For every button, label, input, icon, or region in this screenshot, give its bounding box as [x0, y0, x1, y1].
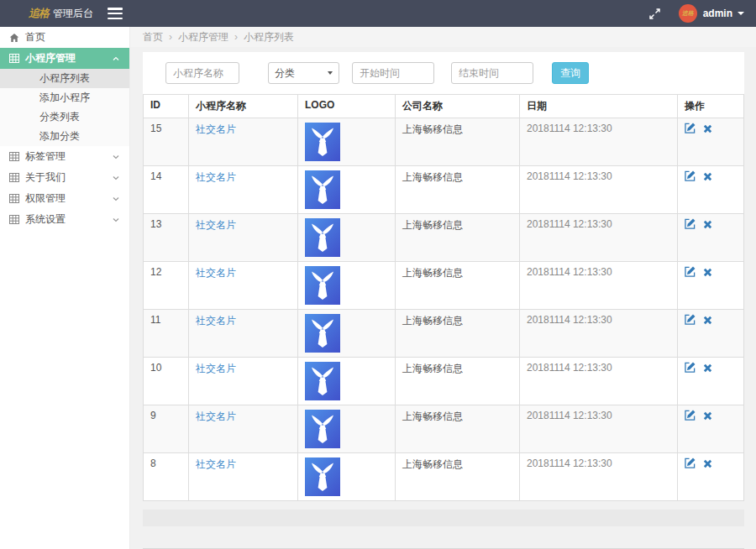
search-button[interactable]: 查询: [552, 62, 589, 84]
col-company: 公司名称: [396, 95, 520, 118]
category-select[interactable]: 分类: [268, 62, 339, 84]
fullscreen-icon[interactable]: [649, 8, 660, 19]
sidebar-item-permission-management[interactable]: 权限管理: [0, 188, 129, 209]
sidebar-subitem-add-miniapp[interactable]: 添加小程序: [0, 88, 129, 107]
cell-date: 20181114 12:13:30: [520, 262, 678, 310]
miniapp-logo[interactable]: [305, 362, 340, 400]
sidebar-subitem-category-list[interactable]: 分类列表: [0, 107, 129, 127]
edit-icon[interactable]: [685, 123, 696, 135]
avatar[interactable]: 追格: [679, 4, 697, 23]
cell-date: 20181114 12:13:30: [520, 358, 678, 405]
sidebar-item-label: 标签管理: [25, 149, 66, 164]
cell-company: 上海畅移信息: [396, 358, 520, 405]
delete-icon[interactable]: [703, 124, 712, 135]
cell-logo: [298, 405, 396, 453]
edit-icon[interactable]: [685, 362, 696, 374]
sidebar-item-home[interactable]: 首页: [0, 27, 129, 48]
main-content: 首页›小程序管理›小程序列表 分类 查询 ID 小程序名称 LOGO 公司名称 …: [130, 27, 756, 549]
start-time-input[interactable]: [352, 62, 434, 84]
username-label: admin: [703, 8, 732, 19]
edit-icon[interactable]: [685, 314, 696, 327]
sidebar-item-system-settings[interactable]: 系统设置: [0, 209, 129, 230]
brand[interactable]: 追格 管理后台: [0, 6, 99, 21]
delete-icon[interactable]: [703, 459, 712, 470]
cell-logo: [298, 118, 396, 166]
cell-id: 9: [144, 405, 189, 453]
delete-icon[interactable]: [703, 316, 712, 327]
miniapp-logo[interactable]: [305, 458, 340, 496]
edit-icon[interactable]: [685, 458, 696, 470]
brand-title: 管理后台: [53, 7, 93, 21]
content-panel: 分类 查询 ID 小程序名称 LOGO 公司名称 日期 操作 15 社交: [143, 52, 744, 501]
hamburger-menu-icon[interactable]: [108, 8, 123, 19]
sidebar-item-tag-management[interactable]: 标签管理: [0, 146, 129, 167]
edit-icon[interactable]: [685, 218, 696, 231]
miniapp-table: ID 小程序名称 LOGO 公司名称 日期 操作 15 社交名片: [143, 94, 744, 501]
miniapp-logo[interactable]: [305, 218, 340, 257]
table-row: 12 社交名片 上海畅移信息 20181114 12:13:30: [144, 262, 744, 310]
miniapp-name-link[interactable]: 社交名片: [196, 219, 236, 231]
miniapp-logo[interactable]: [305, 266, 340, 305]
col-id: ID: [144, 95, 189, 118]
edit-icon[interactable]: [685, 266, 696, 279]
sidebar-item-miniapp-management[interactable]: 小程序管理: [0, 48, 129, 69]
cell-company: 上海畅移信息: [396, 262, 520, 310]
miniapp-name-link[interactable]: 社交名片: [196, 171, 236, 183]
miniapp-name-link[interactable]: 社交名片: [196, 315, 236, 327]
cell-logo: [298, 358, 396, 405]
cell-ops: [678, 118, 744, 166]
delete-icon[interactable]: [703, 268, 712, 279]
miniapp-name-link[interactable]: 社交名片: [196, 410, 236, 422]
tie-icon: [308, 222, 337, 254]
edit-icon[interactable]: [685, 410, 696, 422]
sidebar-subitem-miniapp-list[interactable]: 小程序列表: [0, 69, 129, 88]
miniapp-name-link[interactable]: 社交名片: [196, 458, 236, 470]
cell-ops: [678, 166, 744, 214]
tie-icon: [308, 126, 337, 158]
miniapp-name-input[interactable]: [165, 62, 239, 84]
sidebar-item-about-us[interactable]: 关于我们: [0, 167, 129, 188]
cell-name: 社交名片: [189, 118, 298, 166]
tie-icon: [308, 174, 337, 206]
cell-company: 上海畅移信息: [396, 405, 520, 453]
cell-date: 20181114 12:13:30: [520, 214, 678, 262]
cell-company: 上海畅移信息: [396, 214, 520, 262]
pagination-bar: [143, 510, 744, 526]
cell-ops: [678, 262, 744, 310]
cell-company: 上海畅移信息: [396, 453, 520, 501]
miniapp-name-link[interactable]: 社交名片: [196, 123, 236, 135]
miniapp-name-link[interactable]: 社交名片: [196, 267, 236, 279]
sidebar-submenu: 小程序列表 添加小程序 分类列表 添加分类: [0, 69, 129, 146]
breadcrumb: 首页›小程序管理›小程序列表: [130, 27, 756, 47]
edit-icon[interactable]: [685, 170, 696, 183]
table-header-row: ID 小程序名称 LOGO 公司名称 日期 操作: [144, 95, 744, 118]
home-icon: [9, 33, 20, 43]
delete-icon[interactable]: [703, 411, 712, 422]
miniapp-logo[interactable]: [305, 123, 340, 161]
chevron-down-icon: [113, 196, 119, 201]
sidebar-item-label: 首页: [25, 30, 45, 44]
miniapp-logo[interactable]: [305, 314, 340, 353]
breadcrumb-home[interactable]: 首页: [143, 31, 163, 43]
chevron-down-icon: [113, 217, 119, 222]
tie-icon: [308, 413, 337, 445]
delete-icon[interactable]: [703, 172, 712, 183]
end-time-input[interactable]: [451, 62, 533, 84]
grid-icon: [9, 152, 20, 161]
breadcrumb-miniapp-management[interactable]: 小程序管理: [178, 31, 228, 43]
sidebar-item-label: 系统设置: [25, 212, 66, 227]
sidebar: 首页 小程序管理 小程序列表 添加小程序 分类列表 添加分类 标签管理 关于我们…: [0, 27, 130, 549]
cell-logo: [298, 166, 396, 214]
sidebar-subitem-add-category[interactable]: 添加分类: [0, 127, 129, 146]
delete-icon[interactable]: [703, 220, 712, 231]
cell-name: 社交名片: [189, 310, 298, 358]
grid-icon: [9, 215, 20, 224]
miniapp-logo[interactable]: [305, 410, 340, 448]
table-row: 13 社交名片 上海畅移信息 20181114 12:13:30: [144, 214, 744, 262]
chevron-down-icon: [113, 154, 119, 159]
miniapp-logo[interactable]: [305, 170, 340, 209]
sidebar-item-label: 关于我们: [25, 170, 66, 185]
miniapp-name-link[interactable]: 社交名片: [196, 363, 236, 374]
user-menu-caret-icon[interactable]: [738, 12, 744, 15]
delete-icon[interactable]: [703, 363, 712, 374]
